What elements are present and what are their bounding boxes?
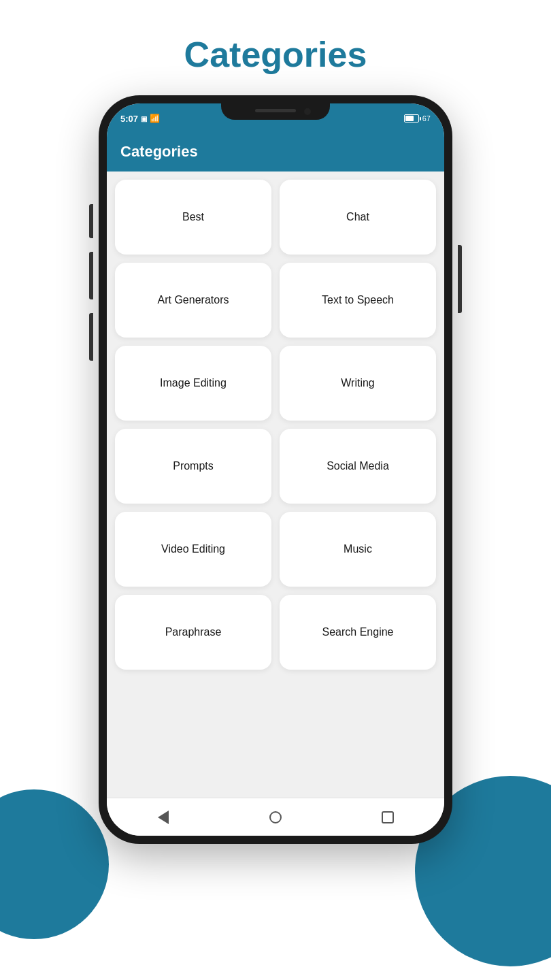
category-card-music[interactable]: Music (280, 512, 436, 587)
wifi-icon: 📶 (150, 114, 160, 123)
phone-button-volume-mute (89, 204, 93, 238)
nav-recent-button[interactable] (378, 807, 398, 828)
category-label-best: Best (182, 211, 204, 223)
phone-speaker (255, 109, 296, 112)
category-label-paraphrase: Paraphrase (165, 626, 222, 638)
battery-fill (405, 116, 414, 121)
category-label-social-media: Social Media (327, 460, 389, 472)
battery-icon (404, 114, 419, 122)
phone-button-power (458, 245, 462, 313)
category-card-best[interactable]: Best (115, 180, 271, 255)
phone-screen: 5:07 ▣ 📶 67 Categories BestChatArt Gener… (107, 103, 444, 836)
category-card-chat[interactable]: Chat (280, 180, 436, 255)
category-label-image-editing: Image Editing (160, 377, 227, 389)
category-label-chat: Chat (346, 211, 369, 223)
phone-notch (221, 103, 330, 120)
category-label-music: Music (344, 543, 372, 555)
phone-button-volume-down (89, 313, 93, 361)
category-card-prompts[interactable]: Prompts (115, 429, 271, 504)
phone-frame: 5:07 ▣ 📶 67 Categories BestChatArt Gener… (99, 95, 452, 844)
category-label-video-editing: Video Editing (161, 543, 225, 555)
recent-icon (382, 811, 394, 823)
bottom-nav (107, 798, 444, 836)
category-label-writing: Writing (341, 377, 375, 389)
status-icons: 67 (404, 114, 431, 122)
home-icon (269, 811, 282, 823)
category-label-text-to-speech: Text to Speech (322, 294, 394, 306)
nav-back-button[interactable] (153, 807, 173, 828)
bg-decoration-left (0, 789, 109, 939)
category-card-text-to-speech[interactable]: Text to Speech (280, 263, 436, 338)
category-label-search-engine: Search Engine (322, 626, 394, 638)
category-label-art-generators: Art Generators (158, 294, 229, 306)
categories-grid: BestChatArt GeneratorsText to SpeechImag… (115, 180, 436, 670)
status-time: 5:07 ▣ 📶 (120, 114, 160, 124)
category-card-search-engine[interactable]: Search Engine (280, 595, 436, 670)
phone-camera (304, 108, 311, 115)
category-card-image-editing[interactable]: Image Editing (115, 346, 271, 421)
nav-home-button[interactable] (265, 807, 286, 828)
category-card-social-media[interactable]: Social Media (280, 429, 436, 504)
category-card-art-generators[interactable]: Art Generators (115, 263, 271, 338)
app-header: Categories (107, 133, 444, 172)
category-card-paraphrase[interactable]: Paraphrase (115, 595, 271, 670)
back-icon (158, 811, 169, 824)
sim-icon: ▣ (141, 115, 147, 122)
phone-button-volume-up (89, 252, 93, 299)
app-header-title: Categories (120, 143, 431, 161)
category-card-video-editing[interactable]: Video Editing (115, 512, 271, 587)
category-card-writing[interactable]: Writing (280, 346, 436, 421)
battery-percentage: 67 (422, 114, 431, 122)
categories-grid-container[interactable]: BestChatArt GeneratorsText to SpeechImag… (107, 172, 444, 800)
page-bg-title: Categories (0, 0, 551, 95)
category-label-prompts: Prompts (173, 460, 214, 472)
